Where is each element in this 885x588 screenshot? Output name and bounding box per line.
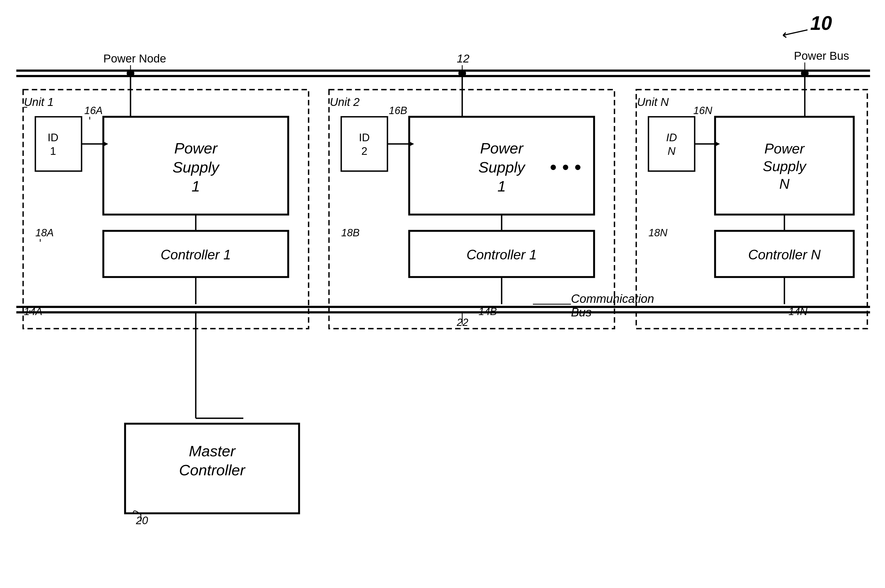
- svg-text:2: 2: [361, 145, 367, 157]
- svg-text:• • •: • • •: [550, 156, 581, 178]
- svg-marker-69: [715, 141, 720, 147]
- svg-text:16N: 16N: [693, 105, 712, 116]
- svg-text:12: 12: [457, 52, 470, 65]
- svg-text:Power Bus: Power Bus: [794, 50, 849, 62]
- svg-text:ID: ID: [48, 132, 59, 143]
- svg-text:Power: Power: [174, 140, 218, 157]
- diagram-container: 10 Power Node Power Bus 12 Unit 1 ID 1 1: [0, 0, 885, 588]
- svg-text:Unit 2: Unit 2: [330, 96, 360, 108]
- svg-text:Communication: Communication: [571, 292, 654, 305]
- svg-text:Unit N: Unit N: [637, 96, 669, 108]
- svg-text:N: N: [668, 145, 676, 157]
- svg-line-1: [783, 30, 808, 35]
- svg-text:ID: ID: [359, 132, 370, 143]
- svg-point-14: [801, 69, 808, 77]
- svg-text:18B: 18B: [341, 227, 360, 238]
- svg-rect-60: [649, 117, 695, 171]
- svg-text:Supply: Supply: [478, 159, 525, 176]
- svg-text:Controller N: Controller N: [748, 247, 821, 262]
- svg-line-3: [783, 35, 786, 38]
- svg-text:Master: Master: [189, 442, 236, 459]
- svg-point-13: [127, 69, 134, 77]
- svg-text:Bus: Bus: [571, 306, 592, 319]
- svg-rect-18: [35, 117, 81, 171]
- svg-text:Supply: Supply: [172, 159, 220, 176]
- svg-text:18N: 18N: [649, 227, 667, 238]
- svg-text:Power Node: Power Node: [103, 52, 166, 65]
- svg-text:Controller: Controller: [179, 461, 246, 478]
- svg-point-12: [458, 69, 466, 77]
- svg-text:16A: 16A: [84, 105, 103, 116]
- svg-text:Supply: Supply: [763, 158, 807, 174]
- svg-marker-28: [103, 141, 108, 147]
- svg-text:1: 1: [191, 178, 200, 195]
- svg-text:16B: 16B: [389, 105, 407, 116]
- svg-text:N: N: [779, 176, 790, 192]
- svg-text:1: 1: [50, 145, 56, 157]
- svg-text:ID: ID: [666, 132, 677, 143]
- svg-text:Unit 1: Unit 1: [24, 96, 54, 108]
- svg-text:10: 10: [810, 12, 832, 34]
- svg-text:20: 20: [135, 514, 148, 526]
- svg-text:Controller 1: Controller 1: [161, 247, 231, 262]
- svg-text:Controller 1: Controller 1: [467, 247, 537, 262]
- svg-marker-49: [409, 141, 414, 147]
- svg-rect-40: [341, 117, 387, 171]
- svg-text:1: 1: [497, 178, 506, 195]
- svg-text:18A: 18A: [35, 227, 54, 238]
- svg-text:Power: Power: [764, 141, 805, 156]
- svg-text:Power: Power: [480, 140, 524, 157]
